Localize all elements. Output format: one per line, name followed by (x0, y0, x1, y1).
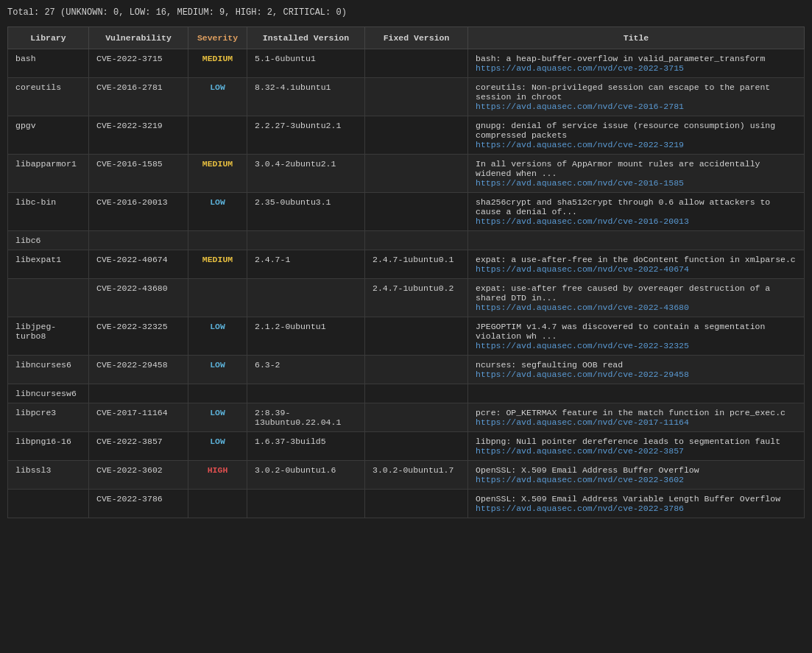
cell-title: expat: a use-after-free in the doContent… (468, 250, 805, 279)
table-row: libpng16-16CVE-2022-3857LOW1.6.37-3build… (8, 432, 805, 461)
cell-title: bash: a heap-buffer-overflow in valid_pa… (468, 49, 805, 78)
cell-installed-version (247, 384, 365, 403)
cve-link[interactable]: https://avd.aquasec.com/nvd/cve-2022-385… (476, 446, 684, 456)
table-row: libc-binCVE-2016-20013LOW2.35-0ubuntu3.1… (8, 193, 805, 231)
cell-library: libpcre3 (8, 403, 89, 432)
cell-severity (188, 490, 247, 518)
cell-severity: MEDIUM (188, 49, 247, 78)
header-fixed: Fixed Version (365, 27, 468, 49)
cell-severity: LOW (188, 193, 247, 231)
cell-title: libpng: Null pointer dereference leads t… (468, 432, 805, 461)
cell-library: coreutils (8, 78, 89, 116)
table-row: bashCVE-2022-3715MEDIUM5.1-6ubuntu1bash:… (8, 49, 805, 78)
cell-severity: LOW (188, 432, 247, 461)
cell-title (468, 384, 805, 403)
cell-fixed-version (365, 116, 468, 155)
table-body: bashCVE-2022-3715MEDIUM5.1-6ubuntu1bash:… (8, 49, 805, 518)
cell-severity: LOW (188, 403, 247, 432)
cell-vulnerability: CVE-2022-3715 (89, 49, 188, 78)
cell-installed-version: 6.3-2 (247, 356, 365, 384)
cell-library (8, 279, 89, 317)
cell-severity (188, 231, 247, 250)
cve-link[interactable]: https://avd.aquasec.com/nvd/cve-2016-200… (476, 216, 689, 226)
cve-link[interactable]: https://avd.aquasec.com/nvd/cve-2016-278… (476, 102, 684, 111)
cell-library: libc-bin (8, 193, 89, 231)
cell-fixed-version (365, 49, 468, 78)
cell-library: libjpeg-turbo8 (8, 317, 89, 356)
table-row: coreutilsCVE-2016-2781LOW8.32-4.1ubuntu1… (8, 78, 805, 116)
cell-library: libssl3 (8, 461, 89, 490)
cve-link[interactable]: https://avd.aquasec.com/nvd/cve-2016-158… (476, 178, 684, 188)
cell-vulnerability: CVE-2022-3786 (89, 490, 188, 518)
cell-vulnerability: CVE-2022-32325 (89, 317, 188, 356)
cell-vulnerability: CVE-2022-29458 (89, 356, 188, 384)
cell-fixed-version (365, 78, 468, 116)
cell-installed-version (247, 490, 365, 518)
table-row: libexpat1CVE-2022-40674MEDIUM2.4.7-12.4.… (8, 250, 805, 279)
table-row: libapparmor1CVE-2016-1585MEDIUM3.0.4-2ub… (8, 155, 805, 193)
cve-link[interactable]: https://avd.aquasec.com/nvd/cve-2022-323… (476, 341, 689, 350)
table-row: libncursesw6 (8, 384, 805, 403)
cell-fixed-version (365, 231, 468, 250)
severity-badge: MEDIUM (202, 159, 233, 169)
cell-severity: HIGH (188, 461, 247, 490)
cell-vulnerability: CVE-2022-40674 (89, 250, 188, 279)
cell-severity: MEDIUM (188, 155, 247, 193)
cell-installed-version: 2.1.2-0ubuntu1 (247, 317, 365, 356)
cell-fixed-version (365, 432, 468, 461)
table-row: gpgvCVE-2022-32192.2.27-3ubuntu2.1gnupg:… (8, 116, 805, 155)
table-row: CVE-2022-436802.4.7-1ubuntu0.2expat: use… (8, 279, 805, 317)
cell-fixed-version (365, 155, 468, 193)
table-row: libpcre3CVE-2017-11164LOW2:8.39-13ubuntu… (8, 403, 805, 432)
cell-fixed-version: 3.0.2-0ubuntu1.7 (365, 461, 468, 490)
cve-link[interactable]: https://avd.aquasec.com/nvd/cve-2022-406… (476, 264, 689, 274)
cell-severity: LOW (188, 78, 247, 116)
severity-badge: LOW (210, 437, 225, 446)
severity-badge: MEDIUM (202, 54, 233, 63)
cell-installed-version (247, 231, 365, 250)
cell-library: libncurses6 (8, 356, 89, 384)
cell-severity: LOW (188, 356, 247, 384)
cve-link[interactable]: https://avd.aquasec.com/nvd/cve-2022-294… (476, 370, 689, 379)
cell-title: coreutils: Non-privileged session can es… (468, 78, 805, 116)
cell-severity (188, 279, 247, 317)
header-title: Title (468, 27, 805, 49)
severity-badge: MEDIUM (202, 255, 233, 264)
severity-badge: LOW (210, 360, 225, 370)
cell-installed-version: 5.1-6ubuntu1 (247, 49, 365, 78)
cell-vulnerability: CVE-2016-2781 (89, 78, 188, 116)
cell-title: sha256crypt and sha512crypt through 0.6 … (468, 193, 805, 231)
cell-title: JPEGOPTIM v1.4.7 was discovered to conta… (468, 317, 805, 356)
cve-link[interactable]: https://avd.aquasec.com/nvd/cve-2022-360… (476, 475, 684, 484)
cell-severity: MEDIUM (188, 250, 247, 279)
header-vulnerability: Vulnerability (89, 27, 188, 49)
cell-title (468, 231, 805, 250)
summary-text: Total: 27 (UNKNOWN: 0, LOW: 16, MEDIUM: … (7, 7, 805, 18)
cell-vulnerability: CVE-2016-20013 (89, 193, 188, 231)
cell-title: In all versions of AppArmor mount rules … (468, 155, 805, 193)
cell-library: libapparmor1 (8, 155, 89, 193)
severity-badge: LOW (210, 82, 225, 92)
cell-installed-version: 2:8.39-13ubuntu0.22.04.1 (247, 403, 365, 432)
table-row: libjpeg-turbo8CVE-2022-32325LOW2.1.2-0ub… (8, 317, 805, 356)
cve-link[interactable]: https://avd.aquasec.com/nvd/cve-2022-436… (476, 303, 689, 312)
cell-library: bash (8, 49, 89, 78)
cell-library: libpng16-16 (8, 432, 89, 461)
cve-link[interactable]: https://avd.aquasec.com/nvd/cve-2022-378… (476, 504, 684, 513)
severity-badge: LOW (210, 408, 225, 417)
cell-vulnerability (89, 231, 188, 250)
cell-vulnerability: CVE-2022-3602 (89, 461, 188, 490)
cell-title: gnupg: denial of service issue (resource… (468, 116, 805, 155)
cell-library: gpgv (8, 116, 89, 155)
cell-fixed-version: 2.4.7-1ubuntu0.2 (365, 279, 468, 317)
cell-installed-version: 2.35-0ubuntu3.1 (247, 193, 365, 231)
cell-fixed-version (365, 384, 468, 403)
cve-link[interactable]: https://avd.aquasec.com/nvd/cve-2022-321… (476, 140, 684, 149)
table-row: libc6 (8, 231, 805, 250)
cve-link[interactable]: https://avd.aquasec.com/nvd/cve-2022-371… (476, 63, 684, 73)
cve-link[interactable]: https://avd.aquasec.com/nvd/cve-2017-111… (476, 417, 689, 427)
cell-vulnerability: CVE-2022-3857 (89, 432, 188, 461)
severity-badge: LOW (210, 322, 225, 331)
table-row: libncurses6CVE-2022-29458LOW6.3-2ncurses… (8, 356, 805, 384)
cell-library: libc6 (8, 231, 89, 250)
